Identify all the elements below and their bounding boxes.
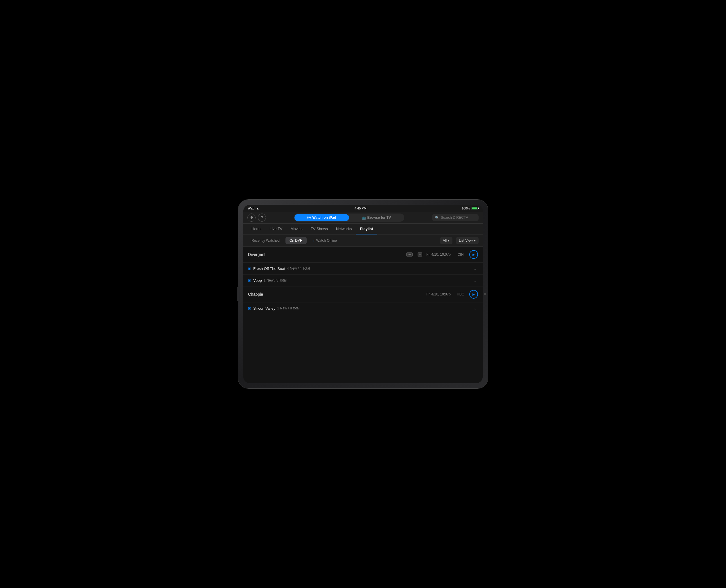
item-channel-chappie: HBO xyxy=(455,292,466,296)
watch-on-ipad-label: Watch on iPad xyxy=(312,215,336,219)
checkmark-icon: ✓ xyxy=(313,239,315,243)
on-dvr-tab[interactable]: On DVR xyxy=(285,237,307,244)
badge-s: S xyxy=(418,252,422,256)
tab-switcher: Watch on iPad 📺 Browse for TV xyxy=(294,213,404,222)
dot-indicator xyxy=(484,293,486,295)
item-subtitle-veep: 1 New / 3 Total xyxy=(264,278,286,282)
all-label: All xyxy=(443,238,447,243)
item-date-chappie: Fri 4/10, 10:07p xyxy=(426,292,451,296)
chevron-icon-fotb: ⌄ xyxy=(472,266,478,271)
table-row[interactable]: ▣ Silicon Valley 1 New / 8 total ⌄ xyxy=(243,302,483,314)
item-title-divergent: Divergent xyxy=(248,252,406,257)
list-view-dropdown[interactable]: List View ▾ xyxy=(456,237,478,244)
main-nav: Home Live TV Movies TV Shows Networks Pl… xyxy=(243,224,483,235)
folder-icon-veep: ▣ xyxy=(248,279,251,282)
table-row[interactable]: ▣ Fresh Off The Boat 4 New / 4 Total ⌄ xyxy=(243,262,483,275)
chevron-icon-sv: ⌄ xyxy=(472,306,478,311)
play-button-divergent[interactable]: ▶ xyxy=(469,250,478,259)
search-icon: 🔍 xyxy=(435,216,439,219)
watch-offline-label: Watch Offline xyxy=(316,238,337,243)
watch-offline-tab[interactable]: ✓ Watch Offline xyxy=(308,237,341,244)
ipad-frame: iPad ▲ 4:45 PM 100% ⚙ ? xyxy=(238,200,488,388)
search-box[interactable]: 🔍 xyxy=(432,214,478,221)
browse-for-tv-tab[interactable]: 📺 Browse for TV xyxy=(349,214,404,221)
battery-percent: 100% xyxy=(462,207,470,210)
badge-4k: 4K xyxy=(406,252,413,256)
battery-fill xyxy=(472,207,477,209)
wifi-icon: ▲ xyxy=(256,207,259,210)
item-subtitle-fotb: 4 New / 4 Total xyxy=(287,267,310,271)
browse-for-tv-label: Browse for TV xyxy=(367,215,391,219)
battery-icon xyxy=(472,207,478,210)
play-button-chappie[interactable]: ▶ xyxy=(469,290,478,299)
status-right: 100% xyxy=(462,207,478,210)
top-nav: ⚙ ? Watch on iPad 📺 Browse for TV 🔍 xyxy=(243,212,483,224)
content-list: Divergent 4K S Fri 4/10, 10:07p CIN ▶ ▣ … xyxy=(243,247,483,383)
table-row[interactable]: Chappie Fri 4/10, 10:07p HBO ▶ xyxy=(243,287,483,302)
item-meta-chappie: Fri 4/10, 10:07p HBO xyxy=(426,292,466,296)
ipad-screen: iPad ▲ 4:45 PM 100% ⚙ ? xyxy=(243,205,483,383)
nav-networks[interactable]: Networks xyxy=(332,224,356,234)
chevron-icon-veep: ⌄ xyxy=(472,278,478,283)
status-time: 4:45 PM xyxy=(355,207,366,210)
item-title-chappie: Chappie xyxy=(248,292,426,297)
help-button[interactable]: ? xyxy=(258,213,266,222)
item-subtitle-sv: 1 New / 8 total xyxy=(277,306,299,310)
status-left: iPad ▲ xyxy=(248,207,259,210)
nav-live-tv[interactable]: Live TV xyxy=(266,224,286,234)
nav-playlist[interactable]: Playlist xyxy=(356,224,377,234)
item-title-sv: Silicon Valley xyxy=(253,306,275,311)
status-bar: iPad ▲ 4:45 PM 100% xyxy=(243,205,483,212)
all-dropdown[interactable]: All ▾ xyxy=(440,237,452,244)
item-title-fotb: Fresh Off The Boat xyxy=(253,267,285,271)
watch-on-ipad-tab[interactable]: Watch on iPad xyxy=(295,214,349,221)
chevron-down-icon-2: ▾ xyxy=(474,238,476,243)
item-channel-divergent: CIN xyxy=(455,252,466,256)
ipad-label: iPad xyxy=(248,207,254,210)
settings-button[interactable]: ⚙ xyxy=(248,213,256,222)
nav-tv-shows[interactable]: TV Shows xyxy=(307,224,332,234)
svg-marker-1 xyxy=(309,217,310,218)
tv-icon: 📺 xyxy=(362,216,366,219)
nav-movies[interactable]: Movies xyxy=(286,224,307,234)
nav-icons: ⚙ ? xyxy=(248,213,266,222)
side-button[interactable] xyxy=(237,287,239,301)
nav-home[interactable]: Home xyxy=(248,224,266,234)
table-row[interactable]: Divergent 4K S Fri 4/10, 10:07p CIN ▶ xyxy=(243,247,483,262)
item-meta-divergent: 4K S Fri 4/10, 10:07p CIN xyxy=(406,252,466,256)
folder-icon-sv: ▣ xyxy=(248,307,251,310)
search-input[interactable] xyxy=(441,215,476,219)
chevron-down-icon: ▾ xyxy=(448,238,450,243)
filter-bar: Recently Watched On DVR ✓ Watch Offline … xyxy=(243,235,483,247)
item-title-veep: Veep xyxy=(253,278,262,283)
item-date-divergent: Fri 4/10, 10:07p xyxy=(426,252,451,256)
list-view-label: List View xyxy=(459,238,473,243)
recently-watched-tab[interactable]: Recently Watched xyxy=(248,237,284,244)
folder-icon-fotb: ▣ xyxy=(248,267,251,271)
table-row[interactable]: ▣ Veep 1 New / 3 Total ⌄ xyxy=(243,275,483,287)
